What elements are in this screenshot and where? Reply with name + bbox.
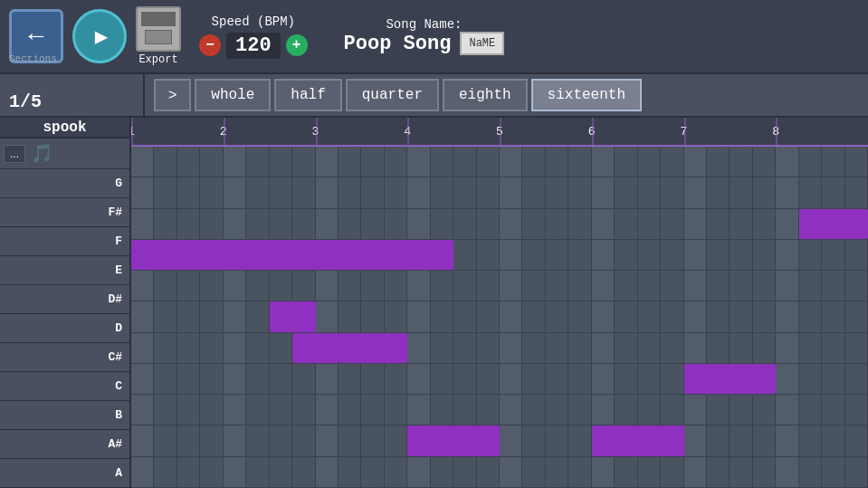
grid-cell[interactable] bbox=[546, 177, 568, 207]
grid-cell[interactable] bbox=[407, 271, 430, 301]
grid-cell[interactable] bbox=[730, 333, 752, 363]
grid-cell[interactable] bbox=[546, 240, 568, 270]
grid-cell[interactable] bbox=[407, 301, 430, 331]
grid-cell[interactable] bbox=[822, 364, 844, 394]
grid-cell[interactable] bbox=[431, 364, 453, 394]
grid-cell[interactable] bbox=[339, 177, 361, 207]
grid-cell[interactable] bbox=[638, 240, 661, 270]
grid-cell[interactable] bbox=[292, 395, 315, 425]
grid-cell[interactable] bbox=[453, 271, 476, 301]
grid-cell[interactable] bbox=[224, 177, 246, 207]
grid-cell[interactable] bbox=[270, 147, 292, 177]
grid-cell[interactable] bbox=[522, 209, 545, 239]
grid-cell[interactable] bbox=[200, 209, 223, 239]
grid-cell[interactable] bbox=[799, 147, 822, 177]
grid-cell[interactable] bbox=[431, 395, 453, 425]
grid-cell[interactable] bbox=[339, 395, 361, 425]
grid-cell[interactable] bbox=[845, 426, 868, 455]
grid-cell[interactable] bbox=[615, 457, 637, 487]
grid-cell[interactable] bbox=[546, 301, 568, 331]
grid-cell[interactable] bbox=[270, 333, 292, 363]
grid-cell[interactable] bbox=[453, 301, 476, 331]
grid-row-D[interactable] bbox=[131, 301, 868, 332]
grid-cell[interactable] bbox=[730, 457, 752, 487]
grid-cell[interactable] bbox=[776, 301, 798, 331]
grid-cell[interactable] bbox=[776, 209, 798, 239]
grid-cell[interactable] bbox=[270, 395, 292, 425]
grid-cell[interactable] bbox=[568, 271, 591, 301]
grid-cell[interactable] bbox=[500, 364, 522, 394]
grid-cell[interactable] bbox=[776, 271, 798, 301]
grid-cell[interactable] bbox=[845, 177, 868, 207]
grid-cell[interactable] bbox=[154, 271, 176, 301]
grid-cell[interactable] bbox=[522, 333, 545, 363]
grid-cell[interactable] bbox=[845, 271, 868, 301]
grid-cell[interactable] bbox=[246, 457, 269, 487]
grid-cell[interactable] bbox=[177, 364, 200, 394]
grid-cell[interactable] bbox=[177, 426, 200, 455]
grid-cell[interactable] bbox=[730, 209, 752, 239]
grid-cell[interactable] bbox=[661, 333, 683, 363]
grid-cell[interactable] bbox=[224, 457, 246, 487]
grid-cell[interactable] bbox=[592, 301, 615, 331]
grid-cell[interactable] bbox=[453, 457, 476, 487]
grid-cell[interactable] bbox=[845, 240, 868, 270]
grid-cell[interactable] bbox=[730, 177, 752, 207]
grid-cell[interactable] bbox=[177, 457, 200, 487]
grid-cell[interactable] bbox=[661, 147, 683, 177]
grid-row-G[interactable] bbox=[131, 147, 868, 177]
grid-cell[interactable] bbox=[568, 364, 591, 394]
grid-cell[interactable] bbox=[246, 426, 269, 455]
grid-cell[interactable] bbox=[453, 364, 476, 394]
grid-cell[interactable] bbox=[500, 333, 522, 363]
export-area[interactable]: Export bbox=[136, 6, 181, 66]
grid-cell[interactable] bbox=[200, 147, 223, 177]
grid-cell[interactable] bbox=[477, 209, 500, 239]
grid-cell[interactable] bbox=[292, 147, 315, 177]
grid-cell[interactable] bbox=[246, 147, 269, 177]
grid-cell[interactable] bbox=[615, 240, 637, 270]
grid-cell[interactable] bbox=[431, 301, 453, 331]
grid-cell[interactable] bbox=[224, 395, 246, 425]
grid-cell[interactable] bbox=[224, 333, 246, 363]
grid-cell[interactable] bbox=[707, 147, 730, 177]
grid-cell[interactable] bbox=[661, 301, 683, 331]
grid-cell[interactable] bbox=[799, 395, 822, 425]
note-whole-button[interactable]: whole bbox=[195, 79, 271, 111]
grid-cell[interactable] bbox=[292, 457, 315, 487]
grid-cell[interactable] bbox=[592, 177, 615, 207]
grid-cell[interactable] bbox=[177, 333, 200, 363]
grid-cell[interactable] bbox=[200, 333, 223, 363]
grid-cell[interactable] bbox=[500, 301, 522, 331]
grid-cell[interactable] bbox=[638, 457, 661, 487]
grid-cell[interactable] bbox=[224, 209, 246, 239]
grid-cell[interactable] bbox=[316, 209, 339, 239]
grid-cell[interactable] bbox=[845, 301, 868, 331]
grid-cell[interactable] bbox=[407, 457, 430, 487]
grid-cell[interactable] bbox=[615, 177, 637, 207]
grid-cell[interactable] bbox=[592, 364, 615, 394]
grid-cell[interactable] bbox=[453, 395, 476, 425]
grid-cell[interactable] bbox=[592, 457, 615, 487]
grid-cell[interactable] bbox=[707, 240, 730, 270]
grid-cell[interactable] bbox=[522, 177, 545, 207]
grid-cell[interactable] bbox=[522, 426, 545, 455]
grid-cell[interactable] bbox=[270, 271, 292, 301]
grid-cell[interactable] bbox=[361, 301, 384, 331]
grid-cell[interactable] bbox=[385, 457, 407, 487]
grid-cell[interactable] bbox=[568, 177, 591, 207]
track-options-button[interactable]: ... bbox=[4, 145, 25, 163]
grid-cell[interactable] bbox=[684, 426, 707, 455]
grid-cell[interactable] bbox=[845, 333, 868, 363]
grid-cell[interactable] bbox=[200, 271, 223, 301]
grid-cell[interactable] bbox=[246, 364, 269, 394]
grid-cell[interactable] bbox=[638, 147, 661, 177]
grid-cell[interactable] bbox=[776, 147, 798, 177]
grid-cell[interactable] bbox=[546, 426, 568, 455]
grid-cell[interactable] bbox=[385, 426, 407, 455]
grid-cell[interactable] bbox=[477, 240, 500, 270]
grid-cell[interactable] bbox=[407, 147, 430, 177]
grid-cell[interactable] bbox=[707, 209, 730, 239]
grid-cell[interactable] bbox=[500, 457, 522, 487]
grid-cell[interactable] bbox=[246, 333, 269, 363]
